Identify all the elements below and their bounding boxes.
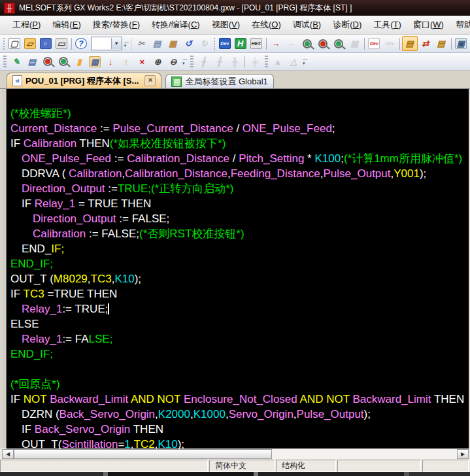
scroll-left-arrow-icon[interactable]: ◀	[2, 449, 14, 459]
find-device-read-button[interactable]	[40, 54, 56, 69]
read-from-plc-button: ←	[284, 36, 299, 51]
code-line[interactable]	[10, 362, 466, 377]
menu-item-9[interactable]: 窗口(W)	[407, 16, 450, 33]
open-project-button[interactable]: ▱	[22, 36, 38, 51]
save-project-button[interactable]: ▫	[38, 36, 54, 51]
toolbar-options-1-overflow-button[interactable]: —▾	[124, 37, 129, 50]
edit-mode-icon: ✎	[11, 57, 22, 67]
code-line[interactable]: IF Calibration THEN(*如果校准按钮被按下*)	[10, 136, 466, 151]
horizontal-scrollbar[interactable]: ◀ ▶	[2, 449, 469, 459]
code-token: );	[135, 273, 141, 285]
device-display-on-button[interactable]: Dev	[366, 36, 382, 51]
cross-reference-up-button[interactable]: ↑	[118, 54, 134, 69]
write-to-plc-button[interactable]: →	[268, 36, 284, 51]
menu-item-1[interactable]: 编辑(E)	[46, 16, 86, 33]
device-station-button[interactable]: ▦	[87, 54, 103, 69]
device-comment-display-button[interactable]: Dev	[217, 36, 233, 51]
device-monitor-display-button[interactable]: H	[233, 36, 248, 51]
scrollbar-thumb[interactable]	[14, 449, 272, 459]
toolbar-grip	[214, 38, 215, 50]
paste-button[interactable]: ▦	[165, 36, 180, 51]
code-line[interactable]: Relay_1:= FALSE;	[10, 332, 466, 347]
write-verify-button[interactable]	[315, 36, 331, 51]
code-line[interactable]: DDRVA ( Calibration,Calibration_Distance…	[10, 166, 466, 181]
code-token: := FA	[62, 333, 88, 345]
monitoring-window-button[interactable]: ▤	[433, 36, 449, 51]
help-button[interactable]: ?	[73, 36, 89, 51]
device-delete-button[interactable]: ×	[134, 54, 150, 69]
ladder-symbol-branch-button: ╪	[247, 54, 263, 69]
code-line[interactable]: OUT_T (M8029,TC3,K10);	[10, 271, 466, 286]
new-project-button[interactable]: ▢	[7, 36, 22, 51]
code-area[interactable]: (*校准螺距*)Current_Distance := Pulse_Curren…	[7, 89, 469, 449]
status-project-type: 结构化	[276, 460, 336, 472]
code-line[interactable]: Direction_Output := FALSE;	[10, 211, 466, 226]
code-line[interactable]: Calibration := FALSE;(*否则RST校准按钮*)	[10, 226, 466, 241]
code-token: DDRVA (	[22, 167, 69, 180]
code-line[interactable]: IF TC3 =TRUE THEN	[10, 286, 466, 301]
code-token: := FALSE;	[86, 228, 139, 240]
menu-item-6[interactable]: 调试(B)	[287, 16, 327, 33]
hex-display-button[interactable]: HEX	[248, 36, 264, 51]
connection-destination-button[interactable]: ▣	[453, 36, 469, 51]
tab-pou01-program-body[interactable]: st POU_01 [PRG] 程序本体 [S... ×	[7, 73, 161, 88]
menu-item-5[interactable]: 在线(O)	[246, 16, 287, 33]
scrollbar-track[interactable]	[14, 449, 457, 459]
code-line[interactable]: OUT_T(Scintillation=1,TC2,K10);	[10, 437, 466, 449]
find-device-write-button[interactable]	[56, 54, 71, 69]
code-line[interactable]: (*回原点*)	[10, 377, 466, 392]
code-token: =	[118, 438, 124, 449]
menu-item-3[interactable]: 转换/编译(C)	[146, 16, 206, 33]
tab-close-button[interactable]: ×	[144, 75, 156, 86]
code-line[interactable]: Current_Distance := Pulse_Current_Distan…	[10, 121, 466, 136]
code-line[interactable]: ELSE	[10, 316, 466, 332]
code-token: Direction_Output	[22, 182, 105, 195]
code-token: ONE_Pulse_Feed	[243, 122, 332, 135]
code-line[interactable]: Direction_Output :=TRUE;(*正转方向启动*)	[10, 181, 466, 196]
monitor-start-button[interactable]	[331, 36, 346, 51]
undo-button[interactable]: ↺	[180, 36, 196, 51]
menu-item-10[interactable]: 帮助(H)	[450, 16, 470, 33]
start-monitoring-window-button[interactable]: ▤	[402, 36, 418, 51]
code-line[interactable]: DZRN (Back_Servo_Origin,K2000,K1000,Serv…	[10, 407, 466, 422]
code-line[interactable]: END_IF;	[10, 347, 466, 362]
scroll-right-arrow-icon[interactable]: ▶	[457, 449, 469, 459]
code-line[interactable]: IF NOT Backward_Limit AND NOT Enclosure_…	[10, 392, 466, 407]
verify-with-plc-button[interactable]	[299, 36, 315, 51]
help-icon: ?	[75, 38, 87, 49]
device-monitor-display-icon: H	[235, 38, 246, 49]
menu-item-0[interactable]: 工程(P)	[7, 16, 46, 33]
code-line[interactable]: ONE_Pulse_Feed := Calibration_Distance /…	[10, 151, 466, 166]
device-memory-button[interactable]: ▮	[71, 54, 87, 69]
cut-button[interactable]: ✂	[133, 36, 149, 51]
menu-item-8[interactable]: 工具(T)	[367, 16, 407, 33]
toolbar-options-3-overflow-button[interactable]: —▾	[301, 56, 309, 68]
device-label-combobox[interactable]: ▼	[91, 37, 122, 50]
ladder-symbol-coil-icon: ╫	[229, 57, 240, 67]
cross-reference-down-button[interactable]: ↓	[103, 54, 118, 69]
menu-item-2[interactable]: 搜索/替换(F)	[87, 16, 146, 33]
cross-reference-down-icon: ↓	[105, 57, 116, 67]
print-button[interactable]: ▭	[54, 36, 69, 51]
code-token: (*回原点*)	[10, 378, 60, 390]
edit-mode-button[interactable]: ✎	[8, 54, 24, 69]
copy-button[interactable]: ▤	[149, 36, 165, 51]
zoom-in-button[interactable]: ⊕	[150, 54, 165, 69]
code-line[interactable]: END_IF;	[10, 241, 466, 256]
toolbar-options-2-overflow-button[interactable]: —▾	[181, 56, 188, 68]
program-document-button[interactable]: ▤	[24, 54, 40, 69]
code-line[interactable]: IF Relay_1 = TRUE THEN	[10, 196, 466, 211]
code-line[interactable]: Relay_1:= TRUE;	[10, 301, 466, 316]
code-line[interactable]: END_IF;	[10, 256, 466, 271]
toolbar-grip	[3, 56, 7, 67]
combobox-dropdown-icon[interactable]: ▼	[111, 38, 122, 49]
monitor-write-mode-button[interactable]: ⇄	[418, 36, 433, 51]
menu-item-4[interactable]: 视图(V)	[206, 16, 246, 33]
tab-global-label-settings[interactable]: ▦ 全局标签设置 Global1	[165, 74, 273, 88]
zoom-out-button[interactable]: ⊖	[165, 54, 181, 69]
code-line[interactable]: (*校准螺距*)	[10, 106, 466, 121]
menu-item-7[interactable]: 诊断(D)	[327, 16, 367, 33]
code-token: AND NOT	[300, 393, 353, 405]
monitor-stop-button: ▦	[346, 36, 362, 51]
code-line[interactable]: IF Back_Servo_Origin THEN	[10, 422, 466, 437]
